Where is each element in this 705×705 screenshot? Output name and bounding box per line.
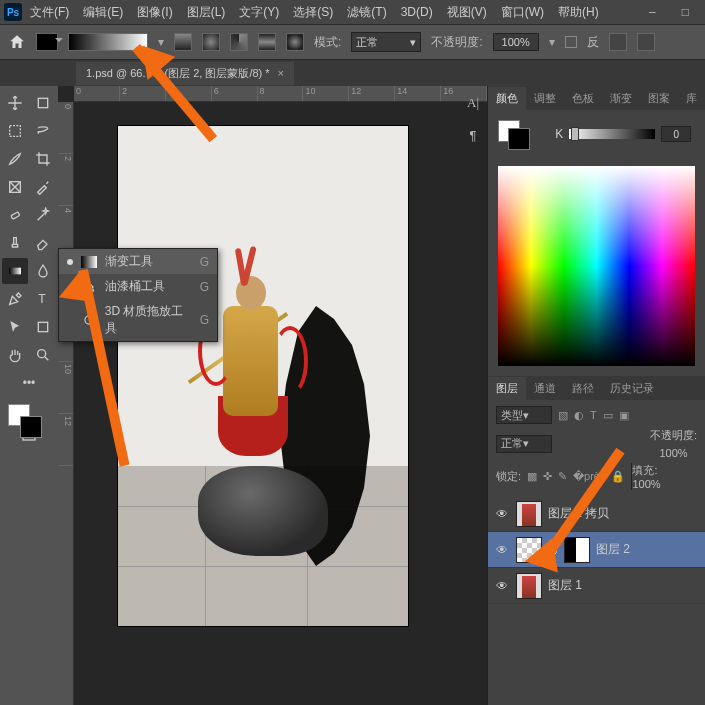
path-select-tool-icon[interactable] [2, 314, 28, 340]
menu-3d[interactable]: 3D(D) [395, 3, 439, 21]
flyout-item-3dmaterial[interactable]: 3D 材质拖放工具 G [59, 299, 217, 341]
crop-tool-icon[interactable] [30, 146, 56, 172]
gradient-angle-icon[interactable] [230, 33, 248, 51]
brush-tool-icon[interactable] [2, 146, 28, 172]
tool-preset-picker[interactable] [36, 33, 58, 51]
char-panel-icon[interactable]: A| [467, 92, 479, 114]
menu-edit[interactable]: 编辑(E) [77, 2, 129, 23]
lock-paint-icon[interactable]: ✎ [558, 470, 567, 483]
gradient-radial-icon[interactable] [202, 33, 220, 51]
ruler-vertical[interactable]: 024681012 [58, 102, 74, 705]
maximize-icon[interactable]: □ [676, 3, 695, 21]
stamp-tool-icon[interactable] [2, 230, 28, 256]
wand-tool-icon[interactable] [30, 202, 56, 228]
menu-select[interactable]: 选择(S) [287, 2, 339, 23]
lasso-tool-icon[interactable] [30, 118, 56, 144]
lock-label: 锁定: [496, 469, 521, 484]
minimize-icon[interactable]: – [643, 3, 662, 21]
menu-window[interactable]: 窗口(W) [495, 2, 550, 23]
gradient-tool-icon[interactable] [2, 258, 28, 284]
pen-tool-icon[interactable] [2, 286, 28, 312]
zoom-tool-icon[interactable] [30, 342, 56, 368]
tab-layers[interactable]: 图层 [488, 377, 526, 400]
chevron-down-icon[interactable]: ▾ [549, 35, 555, 49]
tab-swatch[interactable]: 色板 [564, 87, 602, 110]
edit-toolbar-icon[interactable]: ••• [2, 370, 56, 396]
tab-library[interactable]: 库 [678, 87, 705, 110]
lock-position-icon[interactable]: ✜ [543, 470, 552, 483]
healing-tool-icon[interactable] [2, 202, 28, 228]
gradient-diamond-icon[interactable] [286, 33, 304, 51]
lock-all-icon[interactable]: 🔒 [611, 470, 625, 483]
opacity-label: 不透明度: [650, 428, 697, 443]
options-icon[interactable] [637, 33, 655, 51]
opacity-value[interactable]: 100% [659, 447, 687, 459]
blur-tool-icon[interactable] [30, 258, 56, 284]
ruler-horizontal[interactable]: 0246810121416 [74, 86, 487, 102]
document-tab[interactable]: 1.psd @ 66.7% (图层 2, 图层蒙版/8) * × [76, 62, 294, 85]
menu-view[interactable]: 视图(V) [441, 2, 493, 23]
blend-mode-select[interactable]: 正常▾ [351, 32, 421, 52]
tab-history[interactable]: 历史记录 [602, 377, 662, 400]
menu-help[interactable]: 帮助(H) [552, 2, 605, 23]
color-spectrum[interactable] [498, 166, 695, 366]
opacity-input[interactable]: 100% [493, 33, 539, 51]
eyedropper-tool-icon[interactable] [30, 174, 56, 200]
visibility-icon[interactable]: 👁 [496, 579, 510, 593]
hand-tool-icon[interactable] [2, 342, 28, 368]
type-tool-icon[interactable]: T [30, 286, 56, 312]
paragraph-panel-icon[interactable]: ¶ [470, 124, 477, 146]
layer-row[interactable]: 👁 ⛓ 图层 2 [488, 532, 705, 568]
visibility-icon[interactable]: 👁 [496, 507, 510, 521]
svg-point-7 [38, 350, 46, 358]
k-value[interactable]: 0 [661, 126, 691, 142]
artboard-tool-icon[interactable] [30, 90, 56, 116]
filter-adjust-icon[interactable]: ◐ [574, 409, 584, 422]
layer-thumb[interactable] [516, 501, 542, 527]
gradient-reflected-icon[interactable] [258, 33, 276, 51]
eraser-tool-icon[interactable] [30, 230, 56, 256]
filter-shape-icon[interactable]: ▭ [603, 409, 613, 422]
move-tool-icon[interactable] [2, 90, 28, 116]
tab-channels[interactable]: 通道 [526, 377, 564, 400]
layer-kind-select[interactable]: 类型 ▾ [496, 406, 552, 424]
menu-image[interactable]: 图像(I) [131, 2, 178, 23]
k-slider[interactable]: K 0 [555, 126, 691, 142]
svg-rect-1 [10, 126, 21, 137]
reverse-checkbox[interactable] [565, 36, 577, 48]
tab-gradient[interactable]: 渐变 [602, 87, 640, 110]
slider-thumb[interactable] [571, 127, 579, 141]
tab-adjust[interactable]: 调整 [526, 87, 564, 110]
layer-name[interactable]: 图层 2 [596, 541, 630, 558]
color-swatches[interactable] [498, 120, 534, 150]
document-canvas[interactable] [118, 126, 408, 626]
tab-paths[interactable]: 路径 [564, 377, 602, 400]
slider-track[interactable] [569, 129, 655, 139]
visibility-icon[interactable]: 👁 [496, 543, 510, 557]
fill-value[interactable]: 100% [632, 478, 660, 490]
lock-pixels-icon[interactable]: ▩ [527, 470, 537, 483]
layer-row[interactable]: 👁 图层 2 拷贝 [488, 496, 705, 532]
background-swatch[interactable] [20, 416, 42, 438]
menu-type[interactable]: 文字(Y) [233, 2, 285, 23]
marquee-tool-icon[interactable] [2, 118, 28, 144]
menu-layer[interactable]: 图层(L) [181, 2, 232, 23]
tab-color[interactable]: 颜色 [488, 87, 526, 110]
blend-select[interactable]: 正常 ▾ [496, 435, 552, 453]
menu-filter[interactable]: 滤镜(T) [341, 2, 392, 23]
filter-type-icon[interactable]: T [590, 409, 597, 422]
close-icon[interactable]: × [278, 67, 284, 79]
home-icon[interactable] [8, 33, 26, 51]
filter-pixel-icon[interactable]: ▧ [558, 409, 568, 422]
shape-tool-icon[interactable] [30, 314, 56, 340]
frame-tool-icon[interactable] [2, 174, 28, 200]
filter-smart-icon[interactable]: ▣ [619, 409, 629, 422]
tab-pattern[interactable]: 图案 [640, 87, 678, 110]
reverse-label: 反 [587, 34, 599, 51]
color-swatches[interactable] [2, 404, 56, 444]
layer-row[interactable]: 👁 图层 1 [488, 568, 705, 604]
menu-file[interactable]: 文件(F) [24, 2, 75, 23]
options-icon[interactable] [609, 33, 627, 51]
gradient-linear-icon[interactable] [174, 33, 192, 51]
toolbox: T ••• [0, 86, 58, 705]
